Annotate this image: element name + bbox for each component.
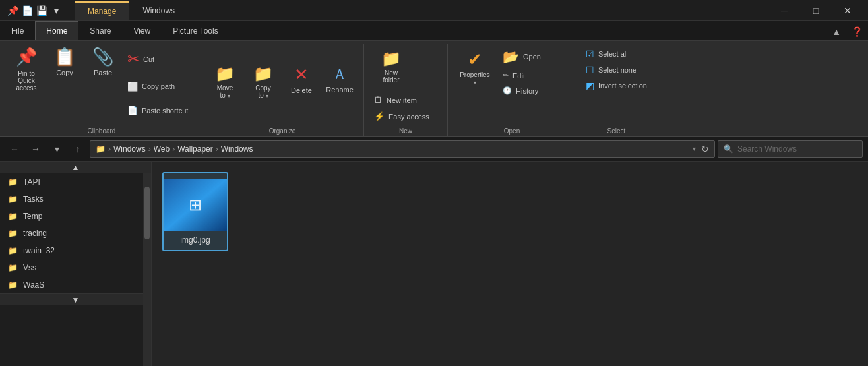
back-button[interactable]: ← [5,140,24,158]
open-label: Open [448,127,576,135]
delete-icon: ✕ [294,65,309,85]
svg-text:⊞: ⊞ [189,197,202,214]
sidebar-item-temp[interactable]: 📁 Temp [0,208,151,225]
ribbon-group-clipboard: 📌 Pin to Quick access 📋 Copy 📎 Paste ✂ C… [3,44,201,136]
open-button[interactable]: 📂 Open [498,46,571,67]
path-sep-1: › [108,144,111,154]
copy-to-button[interactable]: 📁 Copyto ▾ [245,61,282,106]
new-label: New [364,127,447,135]
folder-icon: 📁 [8,212,18,221]
ribbon-group-open: ✔ Properties ▾ 📂 Open ✏ Edit 🕐 History O… [448,44,576,136]
paste-button[interactable]: 📎 Paste [84,44,121,88]
path-dropdown-button[interactable]: ▾ [693,145,696,152]
address-path[interactable]: 📁 › Windows › Web › Wallpaper › Windows … [90,140,715,158]
sidebar-item-vss[interactable]: 📁 Vss [0,259,151,276]
path-refresh-button[interactable]: ↻ [701,144,709,154]
folder-icon: 📁 [8,263,18,272]
titlebar-new-icon[interactable]: 📄 [20,3,34,18]
sidebar-item-tracing[interactable]: 📁 tracing [0,225,151,242]
sidebar-item-twain32[interactable]: 📁 twain_32 [0,242,151,259]
menu-tab-view[interactable]: View [122,21,162,40]
folder-icon: 📁 [8,195,18,204]
help-button[interactable]: ❓ [846,24,868,40]
properties-button[interactable]: ✔ Properties ▾ [453,46,497,91]
path-windows: Windows [113,144,146,154]
search-icon: 🔍 [724,144,733,154]
file-item-img0[interactable]: ⊞ img0.jpg [162,172,228,251]
menu-tab-picture-tools[interactable]: Picture Tools [162,21,229,40]
copy-path-icon: ⬜ [127,82,138,92]
ribbon-group-select: ☑ Select all ☐ Select none ◩ Invert sele… [576,44,656,136]
new-item-icon: 🗒 [374,95,383,105]
path-web: Web [154,144,170,154]
forward-button[interactable]: → [26,140,45,158]
sidebar-scroll-down[interactable]: ▼ [0,293,151,305]
minimize-button[interactable]: ─ [769,0,799,21]
menu-tabs: File Home Share View Picture Tools ▲ ❓ [0,21,868,41]
sidebar-item-tasks[interactable]: 📁 Tasks [0,191,151,208]
select-none-button[interactable]: ☐ Select none [582,63,651,76]
tab-windows[interactable]: Windows [129,2,188,19]
main-area: ▲ 📁 TAPI 📁 Tasks 📁 Temp 📁 tracing 📁 twai… [0,162,868,366]
sidebar-scroll-thumb [144,187,150,239]
new-folder-icon: 📁 [381,49,401,68]
delete-button[interactable]: ✕ Delete [283,61,320,106]
easy-access-button[interactable]: ⚡ Easy access [369,109,442,124]
pin-icon: 📌 [16,47,37,67]
folder-icon: 📁 [8,280,18,290]
titlebar-dropdown-icon[interactable]: ▾ [49,3,63,18]
file-area: ⊞ img0.jpg [152,162,868,366]
easy-access-icon: ⚡ [374,111,385,121]
path-sep-4: › [216,144,218,154]
new-folder-button[interactable]: 📁 Newfolder [369,46,413,91]
new-item-button[interactable]: 🗒 New item [369,92,442,107]
address-bar: ← → ▾ ↑ 📁 › Windows › Web › Wallpaper › … [0,137,868,162]
menu-tab-share[interactable]: Share [78,21,122,40]
move-to-button[interactable]: 📁 Moveto ▾ [206,61,243,106]
edit-icon: ✏ [503,71,509,80]
folder-icon: 📁 [8,246,18,255]
sidebar-scrollbar[interactable] [143,173,151,366]
rename-button[interactable]: Ａ Rename [321,61,358,106]
search-box[interactable]: 🔍 Search Windows [718,140,863,158]
sidebar-item-tapi[interactable]: 📁 TAPI [0,173,151,191]
cut-icon: ✂ [127,51,139,68]
restore-button[interactable]: □ [801,0,831,21]
history-button[interactable]: 🕐 History [498,84,571,98]
menu-tab-home[interactable]: Home [35,21,78,40]
search-placeholder: Search Windows [737,144,797,154]
titlebar-pin-icon[interactable]: 📌 [5,3,20,18]
path-folder-icon: 📁 [96,144,106,154]
invert-selection-icon: ◩ [586,80,594,91]
ribbon-group-organize: 📁 Moveto ▾ 📁 Copyto ▾ ✕ Delete Ａ Rename … [201,44,364,136]
ribbon-group-new: 📁 Newfolder 🗒 New item ⚡ Easy access New [364,44,448,136]
window-controls: ─ □ ✕ [769,0,863,21]
up-button[interactable]: ↑ [69,140,87,158]
menu-tab-file[interactable]: File [0,21,35,40]
tab-manage[interactable]: Manage [75,1,129,20]
copy-icon: 📋 [54,47,75,67]
select-all-icon: ☑ [586,49,594,59]
edit-button[interactable]: ✏ Edit [498,69,571,82]
path-windows-2: Windows [221,144,253,154]
rename-icon: Ａ [332,65,347,84]
properties-icon: ✔ [468,49,482,70]
cut-button[interactable]: ✂ Cut [123,48,195,71]
sidebar-item-waas[interactable]: 📁 WaaS [0,276,151,293]
paste-shortcut-button[interactable]: 📄 Paste shortcut [123,103,195,118]
folder-icon: 📁 [8,229,18,238]
select-all-button[interactable]: ☑ Select all [582,47,651,61]
history-icon: 🕐 [503,86,512,95]
invert-selection-button[interactable]: ◩ Invert selection [582,79,651,92]
sidebar-scroll-up[interactable]: ▲ [0,162,151,173]
recent-locations-button[interactable]: ▾ [47,140,66,158]
titlebar-save-icon[interactable]: 💾 [34,3,49,18]
close-button[interactable]: ✕ [832,0,863,21]
copy-path-button[interactable]: ⬜ Copy path [123,79,195,94]
pin-to-quick-access-button[interactable]: 📌 Pin to Quick access [8,44,45,88]
folder-icon: 📁 [8,177,18,187]
copy-button[interactable]: 📋 Copy [46,44,83,88]
open-icon: 📂 [503,49,519,65]
ribbon-collapse-button[interactable]: ▲ [826,24,846,40]
sidebar: ▲ 📁 TAPI 📁 Tasks 📁 Temp 📁 tracing 📁 twai… [0,162,152,366]
